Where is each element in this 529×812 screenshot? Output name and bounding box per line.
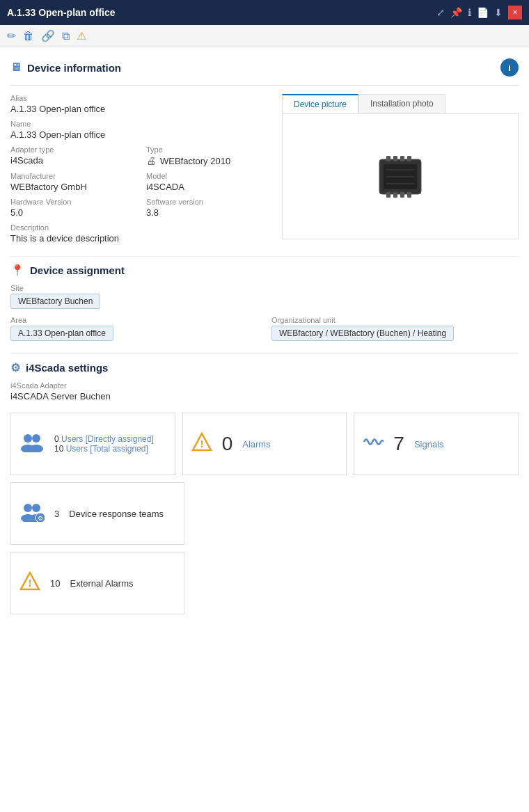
svg-rect-7 [393,192,397,198]
stats-row-1: 0 Users [Directly assigned] 10 Users [To… [10,413,519,475]
i4scada-adapter-field: i4Scada Adapter i4SCADA Server Buchen [10,381,519,401]
svg-point-14 [32,434,40,443]
svg-text:!: ! [200,438,203,449]
signals-card[interactable]: 7 Signals [354,413,519,475]
window-title: A.1.33 Open-plan office [7,7,116,18]
device-info-left: Alias A.1.33 Open-plan office Name A.1.3… [10,94,268,249]
header-icons: ⤢ 📌 ℹ 📄 ⬇ × [436,6,522,19]
users-icon [19,431,45,456]
i4scada-settings-heading: ⚙ i4Scada settings [10,361,519,374]
pin-icon[interactable]: 📌 [450,7,462,18]
svg-rect-6 [386,192,390,198]
device-picture-frame [282,114,519,239]
manufacturer-field: Manufacturer WEBfactory GmbH [10,172,132,192]
location-icon: 📍 [10,264,24,277]
external-alarms-card[interactable]: ! 10 External Alarms [10,552,184,614]
tab-device-picture[interactable]: Device picture [282,94,358,113]
svg-point-20 [32,504,40,512]
warning-icon[interactable]: ⚠ [77,29,86,42]
svg-rect-9 [407,192,411,198]
info-circle-icon[interactable]: ℹ [468,7,471,18]
model-field: Model i4SCADA [146,172,268,192]
stats-row-3: ! 10 External Alarms [10,552,519,614]
device-info-layout: Alias A.1.33 Open-plan office Name A.1.3… [10,94,519,249]
device-picture-svg [372,149,428,205]
manufacturer-model-row: Manufacturer WEBfactory GmbH Model i4SCA… [10,172,268,198]
device-info-section-header: 🖥 Device information i [10,54,519,86]
svg-point-19 [24,504,32,512]
main-content: 🖥 Device information i Alias A.1.33 Open… [0,47,529,628]
software-version-field: Software version 3.8 [146,198,268,218]
section-divider-1 [10,256,519,257]
svg-rect-5 [407,156,411,161]
tab-installation-photo[interactable]: Installation photo [358,94,445,113]
svg-text:⚙: ⚙ [38,515,43,522]
copy-icon[interactable]: ⧉ [62,30,70,42]
device-assignment-heading: 📍 Device assignment [10,264,519,277]
external-alarms-icon: ! [19,571,40,595]
response-teams-icon: ⚙ [19,501,45,526]
users-card[interactable]: 0 Users [Directly assigned] 10 Users [To… [10,413,175,475]
adapter-type-row: Adapter type i4Scada Type 🖨 WEBfactory 2… [10,145,268,172]
org-unit-field: Organizational unit WEBfactory / WEBfact… [271,316,519,341]
svg-text:!: ! [29,578,32,589]
external-link-icon[interactable]: ⤢ [436,7,445,18]
area-orgunit-row: Area A.1.33 Open-plan office Organizatio… [10,316,519,347]
adapter-type-field: Adapter type i4Scada [10,145,132,166]
type-field: Type 🖨 WEBfactory 2010 [146,145,268,166]
monitor-icon: 🖥 [10,61,22,74]
users-stats-text: 0 Users [Directly assigned] 10 Users [To… [54,434,154,454]
info-button[interactable]: i [500,58,519,77]
svg-rect-3 [393,156,397,161]
site-field: Site WEBfactory Buchen [10,284,519,309]
svg-rect-8 [400,192,404,198]
i4scada-settings-section: ⚙ i4Scada settings i4Scada Adapter i4SCA… [10,361,519,401]
versions-row: Hardware Version 5.0 Software version 3.… [10,198,268,223]
alias-field: Alias A.1.33 Open-plan office [10,94,268,114]
picture-tabs: Device picture Installation photo [282,94,519,114]
svg-rect-2 [386,156,390,161]
toolbar: ✏ 🗑 🔗 ⧉ ⚠ [0,25,529,47]
device-info-heading: 🖥 Device information [10,61,121,74]
close-button[interactable]: × [508,6,522,19]
area-field: Area A.1.33 Open-plan office [10,316,258,341]
title-bar: A.1.33 Open-plan office ⤢ 📌 ℹ 📄 ⬇ × [0,0,529,25]
delete-icon[interactable]: 🗑 [23,30,34,42]
stats-row-2: ⚙ 3 Device response teams [10,482,519,545]
edit-icon[interactable]: ✏ [7,29,16,42]
svg-rect-4 [400,156,404,161]
description-field: Description This is a device description [10,223,268,244]
hardware-version-field: Hardware Version 5.0 [10,198,132,218]
svg-point-13 [24,434,32,443]
type-device-icon: 🖨 [146,155,156,166]
signals-wave-icon [363,434,384,454]
link-icon[interactable]: 🔗 [41,29,55,42]
document-icon[interactable]: 📄 [477,7,489,18]
name-field: Name A.1.33 Open-plan office [10,120,268,140]
alarms-card[interactable]: ! 0 Alarms [182,413,347,475]
settings-icon: ⚙ [10,361,20,374]
response-teams-card[interactable]: ⚙ 3 Device response teams [10,482,184,545]
section-divider-2 [10,353,519,354]
device-picture-panel: Device picture Installation photo [282,94,519,249]
download-icon[interactable]: ⬇ [494,7,503,18]
alarms-warning-icon: ! [191,432,212,456]
